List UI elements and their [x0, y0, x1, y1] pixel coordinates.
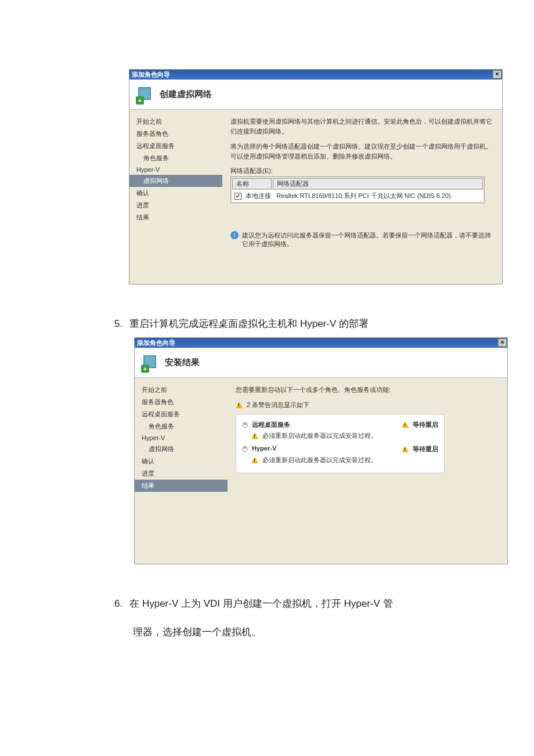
- adapter-label: 网络适配器(E):: [230, 167, 494, 175]
- wizard-install-results: 添加角色向导 × + 安装结果 开始之前 服务器角色 远程桌面服务 角色服务 H…: [134, 337, 508, 564]
- collapse-icon[interactable]: ^: [242, 446, 248, 452]
- results-panel: ^ 远程桌面服务 等待重启 必须重新启动此服务器以完成安装过程。: [236, 414, 445, 473]
- titlebar: 添加角色向导 ×: [129, 70, 502, 80]
- info-note: i 建议您为远程访问此服务器保留一个网络适配器。若要保留一个网络适配器，请不要选…: [230, 231, 494, 249]
- sidebar-item-selected[interactable]: 结果: [135, 480, 228, 492]
- warning-icon: [402, 446, 409, 452]
- wizard-header: + 创建虚拟网络: [129, 80, 502, 110]
- step-text-cont: 理器，选择创建一个虚拟机。: [114, 624, 474, 641]
- warning-icon: [402, 422, 409, 428]
- sidebar-item[interactable]: Hyper-V: [135, 433, 228, 443]
- wizard-content: 您需要重新启动以下一个或多个角色、角色服务或功能: 2 条警告消息显示如下 ^ …: [228, 378, 507, 564]
- sidebar-item[interactable]: 服务器角色: [129, 128, 222, 140]
- caption-step-6: 6.在 Hyper-V 上为 VDI 用户创建一个虚拟机，打开 Hyper-V …: [114, 596, 474, 641]
- adapter-table: 名称 网络适配器 ✓ 本地连接 Realtek RTL8169/8110 系列 …: [230, 177, 485, 203]
- wizard-body: 开始之前 服务器角色 远程桌面服务 角色服务 Hyper-V 虚拟网络 确认 进…: [129, 110, 502, 284]
- adapter-device: Realtek RTL8169/8110 系列 PCI 千兆以太网 NIC (N…: [276, 192, 451, 199]
- wizard-content: 虚拟机需要使用虚拟网络与其他计算机之间进行通信。安装此角色后，可以创建虚拟机并将…: [222, 110, 502, 284]
- caption-step-5: 5.重启计算机完成远程桌面虚拟化主机和 Hyper-V 的部署: [114, 316, 369, 333]
- close-icon[interactable]: ×: [493, 70, 501, 78]
- wizard-step-title: 安装结果: [165, 357, 200, 368]
- service-status: 等待重启: [413, 445, 438, 452]
- wizard-icon: +: [142, 354, 159, 372]
- wizard-sidebar: 开始之前 服务器角色 远程桌面服务 角色服务 Hyper-V 虚拟网络 确认 进…: [135, 378, 228, 564]
- sidebar-item[interactable]: 结果: [129, 211, 222, 224]
- wizard-sidebar: 开始之前 服务器角色 远程桌面服务 角色服务 Hyper-V 虚拟网络 确认 进…: [129, 110, 222, 284]
- sidebar-item[interactable]: 远程桌面服务: [135, 408, 228, 420]
- content-intro: 您需要重新启动以下一个或多个角色、角色服务或功能:: [236, 385, 499, 395]
- content-paragraph: 将为选择的每个网络适配器创建一个虚拟网络。建议现在至少创建一个虚拟网络用于虚拟机…: [230, 142, 494, 161]
- wizard-header: + 安装结果: [135, 348, 507, 378]
- warning-summary: 2 条警告消息显示如下: [236, 401, 499, 409]
- step-number: 6.: [114, 598, 122, 609]
- table-header-adapter: 网络适配器: [273, 178, 483, 189]
- table-row[interactable]: ✓ 本地连接 Realtek RTL8169/8110 系列 PCI 千兆以太网…: [232, 190, 483, 201]
- sidebar-item[interactable]: 远程桌面服务: [129, 140, 222, 152]
- table-header-name: 名称: [232, 178, 272, 189]
- sidebar-item-selected[interactable]: 虚拟网络: [129, 175, 222, 187]
- collapse-icon[interactable]: ^: [242, 422, 248, 428]
- content-paragraph: 虚拟机需要使用虚拟网络与其他计算机之间进行通信。安装此角色后，可以创建虚拟机并将…: [230, 117, 494, 136]
- sidebar-item[interactable]: 进度: [135, 467, 228, 480]
- info-icon: i: [230, 231, 239, 239]
- service-message: 必须重新启动此服务器以完成安装过程。: [242, 430, 438, 444]
- sidebar-item[interactable]: 确认: [129, 187, 222, 199]
- wizard-body: 开始之前 服务器角色 远程桌面服务 角色服务 Hyper-V 虚拟网络 确认 进…: [135, 378, 507, 564]
- service-message: 必须重新启动此服务器以完成安装过程。: [242, 455, 438, 468]
- wizard-create-virtual-network: 添加角色向导 × + 创建虚拟网络 开始之前 服务器角色 远程桌面服务 角色服务…: [129, 69, 503, 285]
- warning-icon: [236, 402, 243, 408]
- service-row[interactable]: ^ 远程桌面服务 等待重启: [242, 419, 438, 430]
- sidebar-item[interactable]: 角色服务: [129, 152, 222, 164]
- warning-icon: [251, 457, 258, 463]
- titlebar: 添加角色向导 ×: [135, 338, 507, 348]
- close-icon[interactable]: ×: [498, 339, 507, 347]
- wizard-icon: +: [136, 86, 154, 103]
- step-text: 在 Hyper-V 上为 VDI 用户创建一个虚拟机，打开 Hyper-V 管: [129, 598, 392, 609]
- window-title: 添加角色向导: [132, 70, 170, 79]
- warning-text: 2 条警告消息显示如下: [247, 401, 309, 408]
- service-status: 等待重启: [413, 421, 438, 428]
- sidebar-item[interactable]: 角色服务: [135, 420, 228, 433]
- sidebar-item[interactable]: 开始之前: [135, 384, 228, 396]
- sidebar-item[interactable]: 确认: [135, 455, 228, 467]
- warning-icon: [251, 433, 258, 439]
- sidebar-item[interactable]: Hyper-V: [129, 164, 222, 175]
- sidebar-item[interactable]: 进度: [129, 199, 222, 211]
- adapter-name: 本地连接: [246, 192, 271, 199]
- step-text: 重启计算机完成远程桌面虚拟化主机和 Hyper-V 的部署: [129, 318, 369, 329]
- window-title: 添加角色向导: [137, 339, 175, 347]
- step-number: 5.: [114, 318, 122, 329]
- service-name: 远程桌面服务: [252, 421, 290, 428]
- adapter-checkbox[interactable]: ✓: [234, 193, 241, 200]
- sidebar-item[interactable]: 服务器角色: [135, 396, 228, 408]
- service-row[interactable]: ^ Hyper-V 等待重启: [242, 444, 438, 455]
- sidebar-item[interactable]: 虚拟网络: [135, 443, 228, 455]
- sidebar-item[interactable]: 开始之前: [129, 116, 222, 128]
- note-text: 建议您为远程访问此服务器保留一个网络适配器。若要保留一个网络适配器，请不要选择它…: [242, 231, 494, 249]
- wizard-step-title: 创建虚拟网络: [160, 89, 212, 100]
- service-name: Hyper-V: [252, 445, 276, 452]
